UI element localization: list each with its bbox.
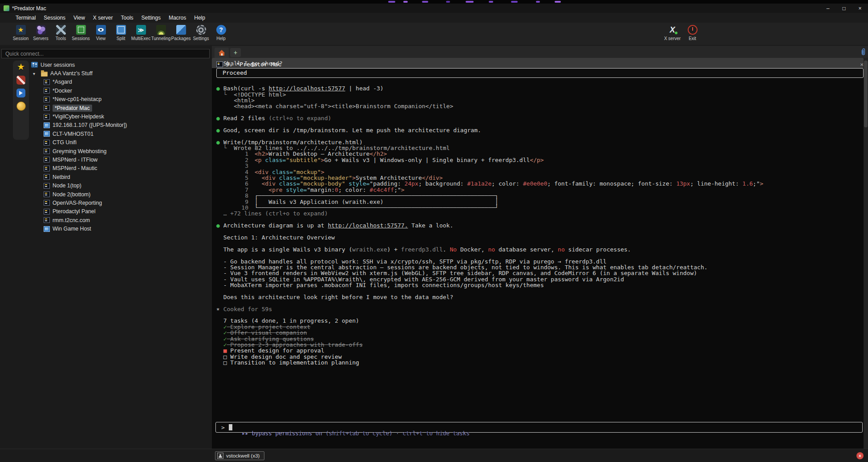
toolbar-session-button[interactable]: Session — [11, 24, 31, 41]
macro-icon[interactable] — [16, 101, 26, 111]
text-segment: ; color: — [491, 180, 523, 187]
terminal-blank-line — [216, 300, 864, 306]
session-user-label: vstockwell (x3) — [226, 453, 260, 458]
tree-item-openvas-reporting[interactable]: OpenVAS-Reporting — [25, 199, 210, 207]
menu-macros[interactable]: Macros — [165, 14, 190, 22]
toolbar-exit-button[interactable]: Exit — [682, 24, 702, 41]
tree-item-mspnerd-itflow[interactable]: MSPNerd - ITFlow — [25, 155, 210, 164]
toolbar-view-button[interactable]: View — [91, 24, 111, 41]
text-segment: (ctrl+o to expand) — [268, 115, 331, 122]
ssh-icon — [44, 191, 50, 197]
scrollbar-thumb[interactable] — [864, 61, 868, 127]
tree-item-greyming-webhosting[interactable]: Greyming Webhosting — [25, 147, 210, 155]
terminal-line: … +72 lines (ctrl+o to expand) — [216, 211, 864, 216]
bypass-permissions-line: ▸▸ bypass permissions on (shift+tab to c… — [222, 423, 470, 443]
tree-item-pterodactyl-panel[interactable]: Pterodactyl Panel — [25, 207, 210, 216]
maximize-button[interactable]: □ — [836, 4, 852, 13]
tool-bullet-icon: ● — [216, 222, 223, 229]
toolbar-split-button[interactable]: Split — [111, 24, 131, 41]
minimize-button[interactable]: – — [820, 4, 836, 13]
tree-item-new-cp01-heistacp[interactable]: *New-cp01-heistacp — [25, 95, 210, 104]
terminal-scrollbar[interactable] — [864, 58, 868, 449]
toolbar: SessionServersToolsSessionsViewSplitMult… — [0, 23, 868, 45]
tree-item-user-sessions[interactable]: User sessions — [25, 61, 210, 69]
ssh-icon — [44, 114, 50, 120]
tree-item-aaa-vantz-s-stuff[interactable]: ▾AAA Vantz's Stuff — [25, 69, 210, 77]
tree-item-label: OpenVAS-Reporting — [53, 200, 102, 206]
tree-item-192-168-1-107-ups-monitor[interactable]: 192.168.1.107 ([UPS-Monitor]) — [25, 121, 210, 130]
attachment-icon[interactable] — [860, 48, 866, 56]
settings-icon — [196, 25, 206, 35]
star-icon[interactable] — [16, 62, 26, 72]
toolbar-label: Servers — [33, 36, 48, 41]
disconnect-icon[interactable] — [16, 76, 25, 85]
tree-item-predator-mac[interactable]: *Predator Mac — [25, 104, 210, 112]
terminal-blank-line — [216, 252, 864, 258]
toolbar-label: Settings — [193, 36, 209, 41]
toolbar-label: Sessions — [72, 36, 90, 41]
tree-item-rmm-t2cnc-com[interactable]: rmm.t2cnc.com — [25, 216, 210, 224]
toolbar-label: Packages — [171, 36, 191, 41]
tree-item-node-1-top[interactable]: Node 1(top) — [25, 181, 210, 190]
toolbar-settings-button[interactable]: Settings — [191, 24, 211, 41]
terminal-blank-line — [216, 240, 864, 246]
terminal-line: ● Bash(curl -s http://localhost:57577 | … — [216, 85, 864, 91]
tree-item-clt-vmhost01[interactable]: CLT-VMHOST01 — [25, 130, 210, 138]
send-icon[interactable] — [16, 89, 25, 97]
toolbar-sessions-button[interactable]: Sessions — [71, 24, 91, 41]
tree-item-label: *Predator Mac — [53, 105, 92, 112]
task-item: □ Transition to implementation planning — [216, 360, 864, 365]
tree-item-label: *VigilCyber-Helpdesk — [53, 113, 104, 120]
tree-item-vigilcyber-helpdesk[interactable]: *VigilCyber-Helpdesk — [25, 112, 210, 121]
chevron-down-icon[interactable]: ▾ — [33, 71, 38, 76]
menu-tools[interactable]: Tools — [117, 14, 138, 22]
toolbar-multiexec-button[interactable]: MultiExec — [131, 24, 151, 41]
text-segment: freerdp3.dll — [401, 246, 443, 253]
quick-connect-input[interactable] — [1, 49, 210, 58]
text-segment: database server, — [495, 246, 558, 253]
ssh-icon — [44, 200, 50, 206]
ssh-icon — [44, 217, 50, 223]
menu-view[interactable]: View — [69, 14, 89, 22]
home-icon — [219, 50, 225, 56]
close-button[interactable]: × — [852, 4, 868, 13]
code-line: 3 — [216, 163, 864, 169]
terminal-blank-line — [216, 288, 864, 294]
tree-item-ctg-unifi[interactable]: CTG Unifi — [25, 138, 210, 147]
title-bar[interactable]: *Predator Mac – □ × — [0, 4, 868, 13]
terminal-blank-line — [216, 80, 864, 85]
menu-settings[interactable]: Settings — [138, 14, 165, 22]
tree-item-docker[interactable]: *Docker — [25, 86, 210, 95]
toolbar-x-server-button[interactable]: X server — [662, 24, 682, 41]
menu-help[interactable]: Help — [190, 14, 209, 22]
code-line: 10└─────────────────────────────────────… — [216, 205, 864, 211]
toolbar-packages-button[interactable]: Packages — [171, 24, 191, 41]
tree-item-node-2-bottom[interactable]: Node 2(bottom) — [25, 190, 210, 199]
text-segment: "subtitle" — [286, 157, 320, 163]
menu-sessions[interactable]: Sessions — [40, 14, 69, 22]
tab-home[interactable] — [215, 48, 229, 58]
toolbar-tunneling-button[interactable]: Tunneling — [151, 24, 171, 41]
new-tab-button[interactable]: + — [230, 48, 241, 57]
tree-item-label: CTG Unifi — [53, 139, 77, 146]
toolbar-tools-button[interactable]: Tools — [51, 24, 71, 41]
terminal-line: <head><meta charset="utf-8"><title>Brain… — [216, 103, 864, 109]
user-icon — [217, 453, 223, 459]
tree-item-label: 192.168.1.107 ([UPS-Monitor]) — [53, 122, 127, 128]
tree-item-mspnerd-mautic[interactable]: MSPNerd - Mautic — [25, 164, 210, 173]
tree-item-netbird[interactable]: Netbird — [25, 173, 210, 181]
session-user-button[interactable]: vstockwell (x3) — [215, 451, 264, 460]
tree-item-asgard[interactable]: *Asgard — [25, 78, 210, 86]
alert-close-icon[interactable]: × — [856, 452, 864, 459]
terminal-line: 7 tasks (4 done, 1 in progress, 2 open) — [216, 318, 864, 324]
toolbar-servers-button[interactable]: Servers — [31, 24, 51, 41]
tree-item-win-game-host[interactable]: Win Game Host — [25, 224, 210, 233]
menu-x-server[interactable]: X server — [89, 14, 117, 22]
toolbar-help-button[interactable]: Help — [211, 24, 231, 41]
tree-item-label: Win Game Host — [53, 226, 91, 232]
terminal[interactable]: Shall I go ahead?Proceed● Bash(curl -s h… — [212, 58, 864, 449]
menu-terminal[interactable]: Terminal — [12, 14, 40, 22]
terminal-blank-line — [216, 312, 864, 318]
user-message-box: Proceed — [216, 68, 864, 77]
terminal-link[interactable]: http://localhost:57577. — [328, 222, 408, 229]
